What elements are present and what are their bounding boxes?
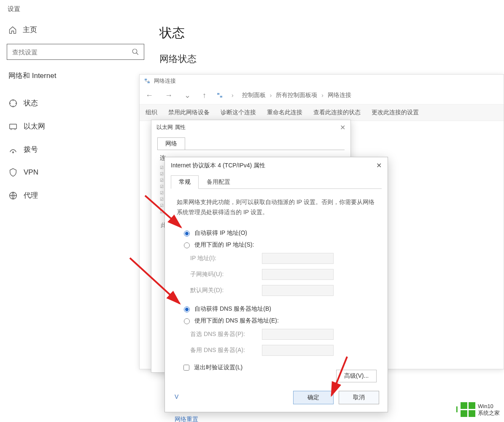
svg-rect-3 — [10, 124, 17, 129]
field-pref-dns: 首选 DNS 服务器(P): — [190, 329, 376, 340]
advanced-button[interactable]: 高级(V)... — [336, 370, 377, 382]
link-network-reset[interactable]: 网络重置 — [175, 416, 198, 422]
pref-dns-label: 首选 DNS 服务器(P): — [190, 331, 262, 338]
sidebar-title: 设置 — [0, 5, 151, 20]
sidebar-item-dialup[interactable]: 拨号 — [0, 138, 151, 161]
field-ip-address: IP 地址(I): — [190, 253, 376, 264]
ip-tabs: 常规 备用配置 — [165, 172, 388, 189]
ip-address-label: IP 地址(I): — [190, 255, 262, 262]
ip-description: 如果网络支持此功能，则可以获取自动指派的 IP 设置。否则，你需要从网络系统管理… — [177, 197, 376, 218]
watermark-text: Win10 系统之家 — [478, 403, 500, 416]
ethernet-icon — [8, 122, 18, 131]
toolbar-diagnose[interactable]: 诊断这个连接 — [221, 109, 256, 116]
ipv4-properties-window: Internet 协议版本 4 (TCP/IPv4) 属性 ✕ 常规 备用配置 … — [164, 157, 388, 412]
radio-manual-ip-label: 使用下面的 IP 地址(S): — [194, 241, 254, 249]
field-gateway: 默认网关(D): — [190, 285, 376, 296]
ip-button-row: 确定 取消 — [293, 391, 379, 404]
ok-button[interactable]: 确定 — [293, 391, 334, 404]
close-icon[interactable]: ✕ — [376, 161, 382, 169]
gateway-label: 默认网关(D): — [190, 287, 262, 294]
sidebar-section: 网络和 Internet — [0, 71, 151, 91]
toolbar-disable[interactable]: 禁用此网络设备 — [168, 109, 210, 116]
eth-tab-network[interactable]: 网络 — [157, 137, 185, 150]
svg-rect-7 — [148, 81, 150, 83]
settings-sidebar: 设置 主页 网络和 Internet 状态 以太网 拨号 VPN 代理 — [0, 0, 151, 422]
radio-manual-dns[interactable]: 使用下面的 DNS 服务器地址(E): — [182, 317, 376, 325]
toolbar-change-settings[interactable]: 更改此连接的设置 — [372, 109, 419, 116]
svg-line-1 — [136, 53, 138, 55]
search-icon — [132, 48, 139, 56]
field-alt-dns: 备用 DNS 服务器(A): — [190, 345, 376, 356]
windows-logo-icon — [461, 402, 475, 417]
checkbox-validate-input[interactable] — [183, 365, 189, 371]
radio-auto-ip-input[interactable] — [184, 231, 190, 237]
cancel-button[interactable]: 取消 — [339, 391, 379, 404]
toolbar-organize[interactable]: 组织 — [146, 109, 157, 116]
svg-rect-8 — [217, 93, 219, 95]
watermark: I Win10 系统之家 — [455, 402, 500, 417]
sidebar-item-ethernet[interactable]: 以太网 — [0, 115, 151, 138]
sidebar-item-status[interactable]: 状态 — [0, 91, 151, 115]
home-label: 主页 — [23, 25, 37, 35]
forward-button[interactable]: → — [163, 90, 174, 101]
toolbar-view-status[interactable]: 查看此连接的状态 — [313, 109, 361, 116]
radio-manual-ip[interactable]: 使用下面的 IP 地址(S): — [182, 241, 376, 249]
eth-titlebar: 以太网 属性 ✕ — [151, 120, 350, 133]
gateway-input — [262, 285, 334, 296]
path-icon — [216, 92, 223, 99]
nc-navbar: ← → ⌄ ↑ › 控制面板 › 所有控制面板项 › 网络连接 — [140, 87, 504, 105]
subnet-input — [262, 269, 334, 280]
ip-titlebar: Internet 协议版本 4 (TCP/IPv4) 属性 ✕ — [165, 157, 388, 172]
search-input[interactable] — [7, 44, 144, 60]
crumb-item[interactable]: 所有控制面板项 — [276, 91, 317, 99]
crumb-item[interactable]: 网络连接 — [328, 91, 351, 99]
nc-title-text: 网络连接 — [154, 77, 176, 85]
eth-title: 以太网 属性 — [156, 124, 186, 132]
field-subnet: 子网掩码(U): — [190, 269, 376, 280]
sidebar-item-label: 拨号 — [24, 145, 38, 154]
ip-title: Internet 协议版本 4 (TCP/IPv4) 属性 — [171, 162, 265, 169]
breadcrumb-sep: › — [232, 92, 234, 99]
breadcrumb-sep: › — [321, 92, 323, 99]
network-icon — [144, 78, 151, 84]
link-v[interactable]: V — [175, 393, 178, 400]
alt-dns-input — [262, 345, 334, 356]
sidebar-item-vpn[interactable]: VPN — [0, 161, 151, 184]
radio-auto-ip[interactable]: 自动获得 IP 地址(O) — [182, 229, 376, 237]
crumb-item[interactable]: 控制面板 — [242, 91, 266, 99]
radio-auto-ip-label: 自动获得 IP 地址(O) — [194, 229, 247, 237]
tab-alternate[interactable]: 备用配置 — [199, 175, 238, 189]
svg-rect-6 — [145, 79, 147, 81]
proxy-icon — [8, 191, 18, 200]
sidebar-item-label: VPN — [24, 168, 38, 177]
checkbox-validate-label: 退出时验证设置(L) — [194, 364, 243, 371]
radio-auto-dns-label: 自动获得 DNS 服务器地址(B) — [194, 305, 271, 313]
subnet-label: 子网掩码(U): — [190, 271, 262, 278]
status-icon — [8, 99, 18, 108]
recent-dropdown[interactable]: ⌄ — [183, 90, 192, 101]
radio-auto-dns[interactable]: 自动获得 DNS 服务器地址(B) — [182, 305, 376, 313]
radio-manual-dns-input[interactable] — [184, 318, 190, 324]
page-subtitle: 网络状态 — [159, 53, 504, 65]
vpn-icon — [8, 168, 18, 177]
ip-address-input — [262, 253, 334, 264]
close-icon[interactable]: ✕ — [340, 124, 345, 132]
sidebar-home[interactable]: 主页 — [0, 20, 151, 40]
tab-general[interactable]: 常规 — [171, 175, 199, 189]
breadcrumb: 控制面板 › 所有控制面板项 › 网络连接 — [242, 91, 351, 99]
radio-manual-ip-input[interactable] — [184, 242, 190, 248]
nc-titlebar: 网络连接 — [140, 75, 504, 87]
back-button[interactable]: ← — [144, 90, 155, 101]
radio-auto-dns-input[interactable] — [184, 306, 190, 312]
sidebar-item-proxy[interactable]: 代理 — [0, 184, 151, 207]
up-button[interactable]: ↑ — [201, 90, 208, 101]
sidebar-item-label: 代理 — [24, 191, 38, 200]
home-icon — [8, 26, 17, 34]
pref-dns-input — [262, 329, 334, 340]
sidebar-item-label: 以太网 — [24, 121, 45, 131]
main-content: 状态 网络状态 — [159, 24, 504, 65]
search-box — [7, 44, 144, 60]
ip-body: 如果网络支持此功能，则可以获取自动指派的 IP 设置。否则，你需要从网络系统管理… — [171, 188, 382, 377]
svg-point-4 — [13, 152, 14, 153]
toolbar-rename[interactable]: 重命名此连接 — [267, 109, 302, 116]
